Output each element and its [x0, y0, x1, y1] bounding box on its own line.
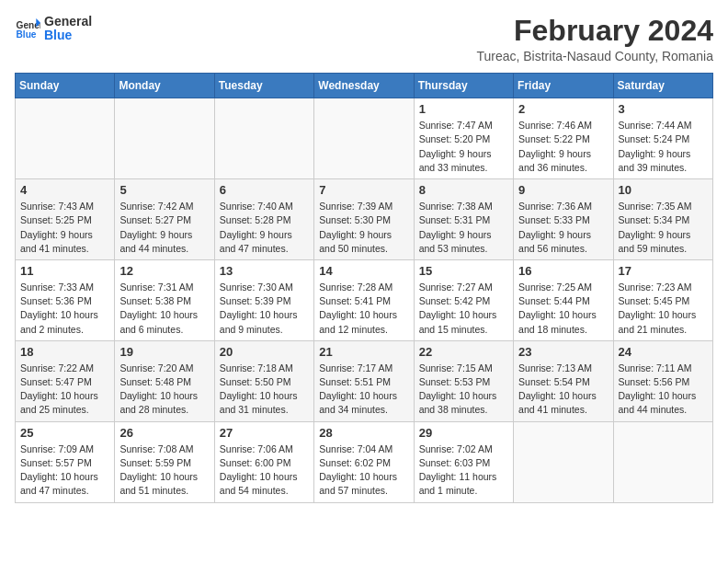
day-info: Sunrise: 7:18 AM Sunset: 5:50 PM Dayligh… — [220, 362, 309, 418]
day-number: 28 — [319, 426, 408, 440]
day-number: 2 — [518, 102, 608, 116]
calendar-cell: 24Sunrise: 7:11 AM Sunset: 5:56 PM Dayli… — [613, 340, 712, 421]
day-info: Sunrise: 7:04 AM Sunset: 6:02 PM Dayligh… — [319, 442, 408, 499]
day-number: 15 — [419, 264, 508, 278]
calendar-cell: 7Sunrise: 7:39 AM Sunset: 5:30 PM Daylig… — [314, 179, 414, 260]
calendar-header-row: SundayMondayTuesdayWednesdayThursdayFrid… — [16, 74, 713, 98]
day-number: 23 — [518, 345, 608, 359]
day-info: Sunrise: 7:33 AM Sunset: 5:36 PM Dayligh… — [20, 281, 109, 337]
weekday-header-saturday: Saturday — [613, 74, 712, 98]
calendar-cell — [314, 98, 414, 179]
calendar-cell: 5Sunrise: 7:42 AM Sunset: 5:27 PM Daylig… — [115, 179, 214, 260]
weekday-header-wednesday: Wednesday — [314, 74, 414, 98]
day-info: Sunrise: 7:39 AM Sunset: 5:30 PM Dayligh… — [319, 200, 408, 256]
calendar-cell: 29Sunrise: 7:02 AM Sunset: 6:03 PM Dayli… — [414, 421, 513, 502]
day-number: 18 — [20, 345, 109, 359]
calendar-cell: 8Sunrise: 7:38 AM Sunset: 5:31 PM Daylig… — [414, 179, 513, 260]
day-number: 19 — [119, 345, 209, 359]
day-info: Sunrise: 7:02 AM Sunset: 6:03 PM Dayligh… — [419, 442, 508, 499]
calendar-week-4: 25Sunrise: 7:09 AM Sunset: 5:57 PM Dayli… — [16, 421, 713, 502]
day-info: Sunrise: 7:08 AM Sunset: 5:59 PM Dayligh… — [119, 442, 209, 499]
logo-general: General — [44, 15, 92, 29]
calendar-cell: 18Sunrise: 7:22 AM Sunset: 5:47 PM Dayli… — [16, 340, 115, 421]
day-number: 11 — [20, 264, 109, 278]
logo-icon: General Blue — [15, 16, 40, 41]
calendar-cell: 16Sunrise: 7:25 AM Sunset: 5:44 PM Dayli… — [514, 259, 613, 340]
calendar-cell: 9Sunrise: 7:36 AM Sunset: 5:33 PM Daylig… — [514, 179, 613, 260]
month-title: February 2024 — [476, 15, 713, 47]
day-info: Sunrise: 7:38 AM Sunset: 5:31 PM Dayligh… — [419, 200, 508, 256]
day-info: Sunrise: 7:15 AM Sunset: 5:53 PM Dayligh… — [419, 362, 508, 418]
day-number: 17 — [619, 264, 708, 278]
calendar-cell — [115, 98, 214, 179]
day-number: 21 — [319, 345, 408, 359]
calendar-week-0: 1Sunrise: 7:47 AM Sunset: 5:20 PM Daylig… — [16, 98, 713, 179]
calendar-cell — [613, 421, 712, 502]
day-info: Sunrise: 7:13 AM Sunset: 5:54 PM Dayligh… — [518, 362, 608, 418]
calendar-cell: 6Sunrise: 7:40 AM Sunset: 5:28 PM Daylig… — [214, 179, 313, 260]
calendar-cell: 14Sunrise: 7:28 AM Sunset: 5:41 PM Dayli… — [314, 259, 414, 340]
page-header: General Blue General Blue February 2024 … — [15, 15, 713, 63]
day-number: 7 — [319, 183, 408, 197]
calendar-cell: 3Sunrise: 7:44 AM Sunset: 5:24 PM Daylig… — [613, 98, 712, 179]
day-info: Sunrise: 7:30 AM Sunset: 5:39 PM Dayligh… — [220, 281, 309, 337]
calendar-table: SundayMondayTuesdayWednesdayThursdayFrid… — [15, 73, 713, 502]
day-number: 24 — [619, 345, 708, 359]
calendar-cell — [514, 421, 613, 502]
location-subtitle: Tureac, Bistrita-Nasaud County, Romania — [476, 49, 713, 63]
weekday-header-friday: Friday — [514, 74, 613, 98]
calendar-cell: 15Sunrise: 7:27 AM Sunset: 5:42 PM Dayli… — [414, 259, 513, 340]
day-info: Sunrise: 7:20 AM Sunset: 5:48 PM Dayligh… — [119, 362, 209, 418]
calendar-cell: 4Sunrise: 7:43 AM Sunset: 5:25 PM Daylig… — [16, 179, 115, 260]
calendar-cell: 2Sunrise: 7:46 AM Sunset: 5:22 PM Daylig… — [514, 98, 613, 179]
calendar-cell: 26Sunrise: 7:08 AM Sunset: 5:59 PM Dayli… — [115, 421, 214, 502]
day-info: Sunrise: 7:46 AM Sunset: 5:22 PM Dayligh… — [518, 119, 608, 175]
calendar-cell: 28Sunrise: 7:04 AM Sunset: 6:02 PM Dayli… — [314, 421, 414, 502]
day-info: Sunrise: 7:28 AM Sunset: 5:41 PM Dayligh… — [319, 281, 408, 337]
calendar-cell: 19Sunrise: 7:20 AM Sunset: 5:48 PM Dayli… — [115, 340, 214, 421]
day-number: 22 — [419, 345, 508, 359]
calendar-cell: 21Sunrise: 7:17 AM Sunset: 5:51 PM Dayli… — [314, 340, 414, 421]
calendar-cell — [214, 98, 313, 179]
day-info: Sunrise: 7:06 AM Sunset: 6:00 PM Dayligh… — [220, 442, 309, 499]
day-number: 10 — [619, 183, 708, 197]
calendar-week-1: 4Sunrise: 7:43 AM Sunset: 5:25 PM Daylig… — [16, 179, 713, 260]
day-info: Sunrise: 7:36 AM Sunset: 5:33 PM Dayligh… — [518, 200, 608, 256]
day-number: 9 — [518, 183, 608, 197]
weekday-header-monday: Monday — [115, 74, 214, 98]
day-number: 4 — [20, 183, 109, 197]
day-number: 29 — [419, 426, 508, 440]
day-number: 26 — [119, 426, 209, 440]
calendar-cell: 22Sunrise: 7:15 AM Sunset: 5:53 PM Dayli… — [414, 340, 513, 421]
weekday-header-thursday: Thursday — [414, 74, 513, 98]
calendar-week-3: 18Sunrise: 7:22 AM Sunset: 5:47 PM Dayli… — [16, 340, 713, 421]
calendar-cell: 12Sunrise: 7:31 AM Sunset: 5:38 PM Dayli… — [115, 259, 214, 340]
calendar-cell: 17Sunrise: 7:23 AM Sunset: 5:45 PM Dayli… — [613, 259, 712, 340]
day-info: Sunrise: 7:35 AM Sunset: 5:34 PM Dayligh… — [619, 200, 708, 256]
day-info: Sunrise: 7:44 AM Sunset: 5:24 PM Dayligh… — [619, 119, 708, 175]
day-info: Sunrise: 7:31 AM Sunset: 5:38 PM Dayligh… — [119, 281, 209, 337]
day-info: Sunrise: 7:09 AM Sunset: 5:57 PM Dayligh… — [20, 442, 109, 499]
calendar-cell — [16, 98, 115, 179]
calendar-cell: 25Sunrise: 7:09 AM Sunset: 5:57 PM Dayli… — [16, 421, 115, 502]
logo-blue: Blue — [44, 29, 92, 42]
day-info: Sunrise: 7:43 AM Sunset: 5:25 PM Dayligh… — [20, 200, 109, 256]
day-number: 27 — [220, 426, 309, 440]
weekday-header-sunday: Sunday — [16, 74, 115, 98]
day-number: 8 — [419, 183, 508, 197]
day-info: Sunrise: 7:22 AM Sunset: 5:47 PM Dayligh… — [20, 362, 109, 418]
day-info: Sunrise: 7:25 AM Sunset: 5:44 PM Dayligh… — [518, 281, 608, 337]
day-number: 12 — [119, 264, 209, 278]
day-info: Sunrise: 7:40 AM Sunset: 5:28 PM Dayligh… — [220, 200, 309, 256]
svg-text:Blue: Blue — [17, 30, 37, 40]
day-number: 14 — [319, 264, 408, 278]
logo: General Blue General Blue — [15, 15, 92, 43]
day-number: 16 — [518, 264, 608, 278]
day-number: 3 — [619, 102, 708, 116]
calendar-body: 1Sunrise: 7:47 AM Sunset: 5:20 PM Daylig… — [16, 98, 713, 502]
day-number: 20 — [220, 345, 309, 359]
calendar-cell: 27Sunrise: 7:06 AM Sunset: 6:00 PM Dayli… — [214, 421, 313, 502]
title-block: February 2024 Tureac, Bistrita-Nasaud Co… — [476, 15, 713, 63]
day-number: 25 — [20, 426, 109, 440]
day-info: Sunrise: 7:27 AM Sunset: 5:42 PM Dayligh… — [419, 281, 508, 337]
